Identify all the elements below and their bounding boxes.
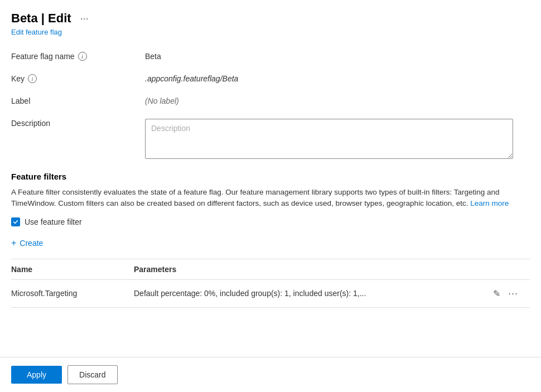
create-filter-button[interactable]: + Create: [11, 236, 43, 250]
discard-button[interactable]: Discard: [67, 365, 117, 384]
filter-name-cell: Microsoft.Targeting: [11, 279, 134, 307]
description-input[interactable]: [145, 119, 513, 159]
feature-filters-title: Feature filters: [11, 172, 530, 181]
use-feature-filter-label: Use feature filter: [25, 217, 82, 226]
key-info-icon[interactable]: i: [28, 74, 37, 83]
label-value: (No label): [145, 94, 530, 105]
learn-more-link[interactable]: Learn more: [470, 199, 509, 207]
use-feature-filter-checkbox[interactable]: [11, 217, 20, 226]
more-options-button[interactable]: ···: [506, 287, 520, 301]
key-label: Key: [11, 74, 25, 83]
filter-actions-cell: ✎···: [491, 279, 530, 307]
filters-table: Name Parameters Microsoft.TargetingDefau…: [11, 259, 530, 308]
filter-description: A Feature filter consistently evaluates …: [11, 187, 530, 210]
edit-filter-button[interactable]: ✎: [491, 287, 503, 300]
create-label: Create: [20, 239, 43, 248]
apply-button[interactable]: Apply: [11, 366, 62, 384]
page-subtitle: Edit feature flag: [11, 28, 530, 36]
table-row: Microsoft.TargetingDefault percentage: 0…: [11, 279, 530, 307]
feature-flag-name-label: Feature flag name: [11, 52, 75, 61]
feature-flag-name-value: Beta: [145, 50, 530, 61]
col-name-header: Name: [11, 259, 134, 280]
page-title: Beta | Edit: [11, 11, 71, 26]
key-value: .appconfig.featureflag/Beta: [145, 72, 530, 83]
footer: Apply Discard: [0, 357, 541, 392]
description-label: Description: [11, 119, 50, 128]
col-parameters-header: Parameters: [134, 259, 491, 280]
feature-flag-name-info-icon[interactable]: i: [78, 52, 87, 61]
label-label: Label: [11, 96, 30, 105]
plus-icon: +: [11, 239, 16, 248]
filter-parameters-cell: Default percentage: 0%, included group(s…: [134, 279, 491, 307]
ellipsis-menu-button[interactable]: ···: [77, 12, 92, 26]
